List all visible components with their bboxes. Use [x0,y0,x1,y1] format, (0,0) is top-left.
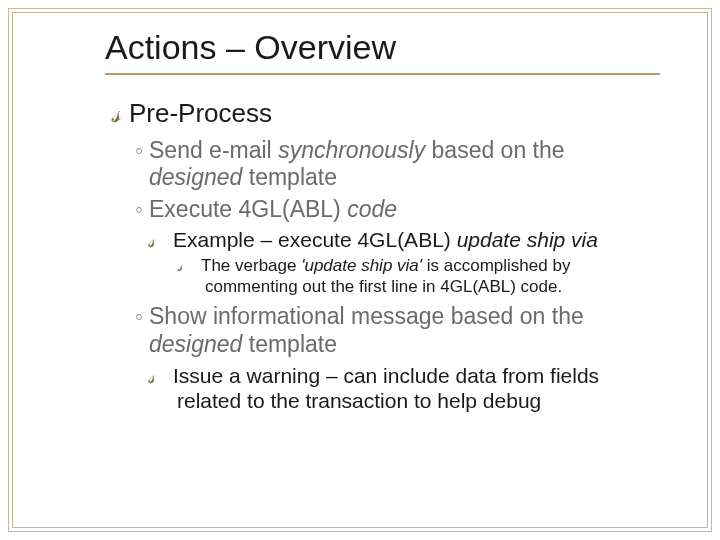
slide: Actions – Overview 𝓈Pre-Process ◦ Send e… [0,0,720,540]
border-inner [12,12,708,528]
